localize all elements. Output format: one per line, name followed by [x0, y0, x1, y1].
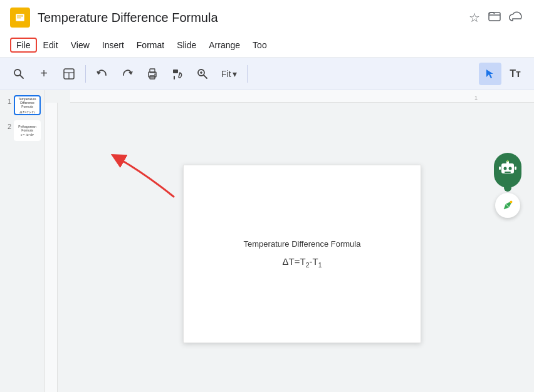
- menu-insert[interactable]: Insert: [96, 38, 130, 53]
- menu-edit[interactable]: Edit: [37, 38, 65, 53]
- slide-1-thumb[interactable]: Temperature Difference Formula ΔT=T₂-T₁: [14, 95, 41, 115]
- menu-bar: File Edit View Insert Format Slide Arran…: [0, 33, 534, 58]
- folder-icon[interactable]: [488, 9, 501, 26]
- search-button[interactable]: [8, 63, 30, 85]
- svg-line-16: [204, 75, 207, 78]
- menu-tools[interactable]: Too: [246, 38, 273, 53]
- slide-2-thumb-formula: c = √a²+b²: [21, 133, 33, 137]
- divider-1: [85, 65, 86, 83]
- slide-2-thumb-title: Pythagorean Formula: [18, 125, 37, 132]
- title-bar: Temperature Difference Formula ☆: [0, 0, 534, 33]
- menu-format[interactable]: Format: [130, 38, 170, 53]
- app-icon: [10, 8, 30, 28]
- document-title: Temperature Difference Formula: [38, 11, 469, 25]
- slide-2-number: 2: [4, 120, 11, 130]
- slide-canvas[interactable]: Temperature Difference Formula ΔT=T2-T1: [70, 115, 534, 392]
- svg-rect-13: [173, 70, 178, 73]
- zoom-icon-button[interactable]: [191, 63, 214, 85]
- menu-slide[interactable]: Slide: [170, 38, 202, 53]
- star-icon[interactable]: ☆: [469, 10, 480, 25]
- svg-rect-22: [505, 172, 511, 173]
- canvas-area: 1 1 Temperature Difference Formula ΔT=T2…: [45, 90, 534, 392]
- svg-rect-25: [499, 167, 501, 170]
- slides-panel: 1 Temperature Difference Formula ΔT=T₂-T…: [0, 90, 45, 392]
- svg-point-21: [509, 167, 512, 170]
- add-button[interactable]: +: [33, 63, 55, 85]
- print-button[interactable]: [141, 63, 164, 85]
- slide-content: Temperature Difference Formula ΔT=T2-T1: [184, 165, 421, 343]
- slide-page[interactable]: Temperature Difference Formula ΔT=T2-T1: [183, 165, 421, 343]
- slide-2-thumb[interactable]: Pythagorean Formula c = √a²+b²: [14, 120, 41, 140]
- zoom-selector[interactable]: Fit ▾: [216, 66, 242, 81]
- text-tool-label: Tт: [510, 68, 521, 80]
- ruler-mark-1: 1: [474, 95, 478, 101]
- cloud-icon[interactable]: [509, 9, 524, 27]
- svg-rect-1: [17, 16, 23, 17]
- undo-button[interactable]: [91, 63, 113, 85]
- layout-button[interactable]: [58, 63, 80, 85]
- redo-button[interactable]: [116, 63, 139, 85]
- svg-point-24: [507, 160, 509, 162]
- menu-view[interactable]: View: [65, 38, 96, 53]
- svg-rect-26: [515, 167, 516, 170]
- svg-rect-2: [17, 18, 21, 18]
- menu-file[interactable]: File: [10, 38, 37, 53]
- slide-1-thumb-formula: ΔT=T₂-T₁: [19, 110, 35, 114]
- paint-format-button[interactable]: [166, 63, 189, 85]
- title-actions: ☆: [469, 9, 524, 27]
- main-area: 1 Temperature Difference Formula ΔT=T₂-T…: [0, 90, 534, 392]
- slide-1-thumb-title: Temperature Difference Formula: [18, 97, 37, 108]
- slide-1-wrapper[interactable]: 1 Temperature Difference Formula ΔT=T₂-T…: [4, 95, 41, 115]
- menu-arrange[interactable]: Arrange: [202, 38, 246, 53]
- divider-2: [247, 65, 248, 83]
- slide-main-formula: ΔT=T2-T1: [283, 256, 322, 269]
- slide-1-number: 1: [4, 95, 11, 105]
- ruler-left: 1: [45, 103, 58, 392]
- toolbar: + Fit ▾ Tт: [0, 58, 534, 90]
- text-tool-button[interactable]: Tт: [504, 63, 526, 85]
- ai-widget[interactable]: [494, 153, 521, 218]
- svg-line-5: [20, 75, 23, 78]
- ruler-top: 1: [70, 90, 534, 103]
- zoom-dropdown-icon: ▾: [233, 69, 237, 79]
- zoom-label: Fit: [221, 69, 231, 79]
- svg-point-20: [504, 167, 507, 170]
- cursor-tool-button[interactable]: [479, 63, 501, 85]
- svg-point-12: [154, 73, 155, 75]
- svg-point-27: [510, 201, 513, 204]
- slide-2-wrapper[interactable]: 2 Pythagorean Formula c = √a²+b²: [4, 120, 41, 140]
- ai-robot-bubble[interactable]: [494, 153, 521, 188]
- slide-main-title: Temperature Difference Formula: [244, 239, 361, 249]
- ai-pen-button[interactable]: [495, 193, 520, 218]
